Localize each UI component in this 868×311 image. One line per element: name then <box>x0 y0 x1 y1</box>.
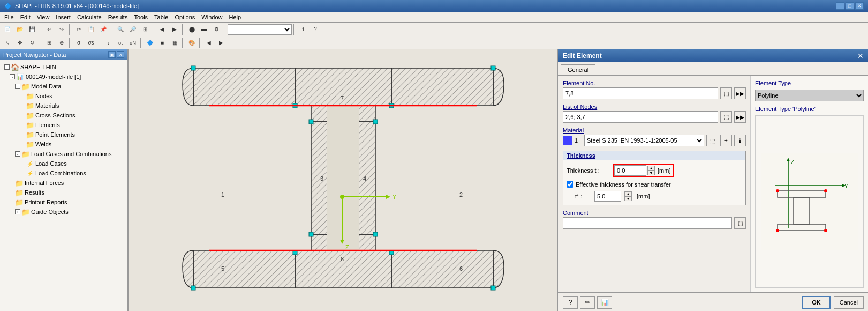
tb-calculate[interactable]: ⚙ <box>210 24 222 35</box>
tb-sigma[interactable]: σ <box>73 37 85 49</box>
tb-redo[interactable]: ↪ <box>56 24 67 35</box>
tb-nav-right[interactable]: ▶ <box>215 37 227 49</box>
material-label[interactable]: Material <box>563 127 746 134</box>
comment-edit-btn[interactable]: ⬚ <box>734 217 746 229</box>
tree-load-combinations[interactable]: ⚡ Load Combinations <box>0 168 127 178</box>
menu-view[interactable]: View <box>34 13 53 21</box>
close-button[interactable]: ✕ <box>855 2 864 10</box>
thickness-input[interactable] <box>614 165 646 176</box>
material-new-btn[interactable]: + <box>720 135 732 146</box>
tree-welds[interactable]: 📁 Welds <box>0 139 127 149</box>
cancel-button[interactable]: Cancel <box>834 296 864 309</box>
panel-float-btn[interactable]: ▣ <box>108 51 116 58</box>
tree-model-data[interactable]: - 📁 Model Data <box>0 82 127 91</box>
t-star-spin-down[interactable]: ▼ <box>624 196 632 201</box>
tb-open[interactable]: 📂 <box>14 24 26 35</box>
tb-select[interactable]: ↖ <box>2 37 13 49</box>
ok-button[interactable]: OK <box>802 296 831 309</box>
tree-guide-objects[interactable]: + 📁 Guide Objects <box>0 207 127 217</box>
list-of-nodes-input[interactable] <box>563 111 718 123</box>
tb-view-3d[interactable]: 🔷 <box>144 37 156 49</box>
tb-snap[interactable]: ⊕ <box>56 37 67 49</box>
guide-objects-expand-icon[interactable]: + <box>15 209 20 214</box>
tb-view-select[interactable] <box>228 24 292 35</box>
tb-render[interactable]: ■ <box>156 37 168 49</box>
menu-insert[interactable]: Insert <box>52 13 74 21</box>
tree-root[interactable]: - 🏠 SHAPE-THIN <box>0 62 127 72</box>
tree-load-cases-combos[interactable]: - 📁 Load Cases and Combinations <box>0 149 127 159</box>
tb-node[interactable]: ⬤ <box>186 24 198 35</box>
tb-new[interactable]: 📄 <box>2 24 13 35</box>
tree-nodes[interactable]: 📁 Nodes <box>0 91 127 101</box>
tree-results[interactable]: 📁 Results <box>0 188 127 197</box>
t-star-input[interactable] <box>594 191 621 202</box>
tree-printout-reports[interactable]: 📁 Printout Reports <box>0 197 127 207</box>
menu-table[interactable]: Table <box>151 13 171 21</box>
tb-copy[interactable]: 📋 <box>85 24 97 35</box>
element-type-select[interactable]: Polyline <box>755 90 864 101</box>
tb-paste[interactable]: 📌 <box>97 24 109 35</box>
menu-edit[interactable]: Edit <box>17 13 34 21</box>
thickness-spin-down[interactable]: ▼ <box>647 171 655 175</box>
material-info-btn[interactable]: ℹ <box>734 135 746 146</box>
root-expand-icon[interactable]: - <box>4 64 10 70</box>
tb-sigma2[interactable]: σs <box>85 37 97 49</box>
menu-window[interactable]: Window <box>198 13 225 21</box>
tb-nav-left[interactable]: ◀ <box>203 37 215 49</box>
comment-label[interactable]: Comment <box>563 210 746 216</box>
tb-element[interactable]: ▬ <box>198 24 210 35</box>
model-data-expand-icon[interactable]: - <box>15 84 20 89</box>
thickness-section-title[interactable]: Thickness <box>563 151 745 160</box>
panel-close-btn[interactable]: ✕ <box>117 51 124 58</box>
menu-options[interactable]: Options <box>171 13 198 21</box>
footer-edit-btn[interactable]: ✏ <box>580 296 595 309</box>
tb-undo[interactable]: ↩ <box>43 24 55 35</box>
tree-load-cases[interactable]: ⚡ Load Cases <box>0 159 127 168</box>
menu-results[interactable]: Results <box>105 13 131 21</box>
thickness-spin-up[interactable]: ▲ <box>647 166 655 171</box>
tree-materials[interactable]: 📁 Materials <box>0 101 127 110</box>
t-star-spin-up[interactable]: ▲ <box>624 191 632 196</box>
tb-save[interactable]: 💾 <box>26 24 38 35</box>
tb-extra3[interactable]: σN <box>127 37 139 49</box>
list-of-nodes-nav-btn[interactable]: ▶▶ <box>734 111 746 123</box>
tb-zoom-in[interactable]: 🔍 <box>115 24 126 35</box>
element-no-label[interactable]: Element No. <box>563 80 746 86</box>
tb-color[interactable]: 🎨 <box>186 37 198 49</box>
tb-display[interactable]: ▦ <box>169 37 180 49</box>
tb-zoom-all[interactable]: ⊞ <box>139 24 151 35</box>
dialog-close-button[interactable]: ✕ <box>857 51 864 60</box>
tb-info[interactable]: ℹ <box>297 24 309 35</box>
tb-extra2[interactable]: σt <box>115 37 126 49</box>
element-no-nav-btn[interactable]: ▶▶ <box>734 87 746 99</box>
tree-elements[interactable]: 📁 Elements <box>0 120 127 130</box>
tb-zoom-out[interactable]: 🔎 <box>127 24 139 35</box>
footer-table-btn[interactable]: 📊 <box>597 296 612 309</box>
tree-cross-sections[interactable]: 📁 Cross-Sections <box>0 110 127 120</box>
tb-help[interactable]: ? <box>310 24 321 35</box>
material-select[interactable]: Steel S 235 |EN 1993-1-1:2005-05 <box>584 135 704 146</box>
menu-calculate[interactable]: Calculate <box>74 13 105 21</box>
tree-point-elements[interactable]: 📁 Point Elements <box>0 130 127 139</box>
tb-prev[interactable]: ◀ <box>156 24 168 35</box>
tb-next[interactable]: ▶ <box>169 24 180 35</box>
tree-internal-forces[interactable]: 📁 Internal Forces <box>0 178 127 188</box>
comment-input[interactable] <box>563 217 732 229</box>
list-of-nodes-label[interactable]: List of Nodes <box>563 103 746 110</box>
menu-tools[interactable]: Tools <box>131 13 151 21</box>
tree-model-file[interactable]: - 📊 000149-model-file [1] <box>0 72 127 82</box>
footer-help-btn[interactable]: ? <box>563 296 578 309</box>
minimize-button[interactable]: ─ <box>836 2 844 10</box>
menu-file[interactable]: File <box>1 13 17 21</box>
element-no-pick-btn[interactable]: ⬚ <box>720 87 732 99</box>
effective-thickness-checkbox[interactable] <box>567 181 573 188</box>
model-expand-icon[interactable]: - <box>10 74 15 79</box>
element-no-input[interactable] <box>563 87 718 99</box>
menu-help[interactable]: Help <box>225 13 244 21</box>
tab-general[interactable]: General <box>561 64 595 75</box>
maximize-button[interactable]: □ <box>846 2 854 10</box>
tb-cut[interactable]: ✂ <box>73 24 85 35</box>
tb-grid[interactable]: ⊞ <box>43 37 55 49</box>
list-of-nodes-pick-btn[interactable]: ⬚ <box>720 111 732 123</box>
load-cases-expand-icon[interactable]: - <box>15 151 20 157</box>
